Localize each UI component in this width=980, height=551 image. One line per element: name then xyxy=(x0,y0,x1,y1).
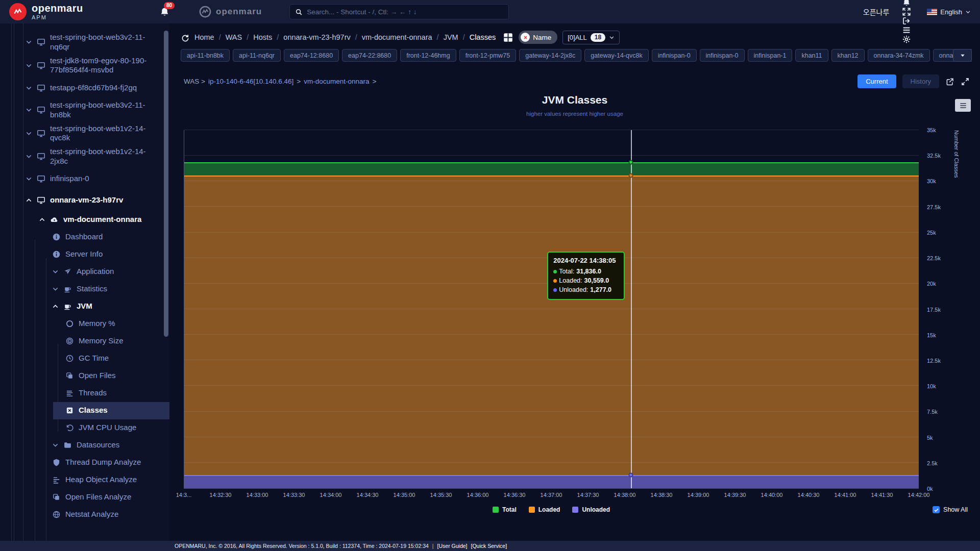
sidebar-item[interactable]: test-spring-boot-web1v2-14-2jx8c xyxy=(0,145,169,168)
tag-chip[interactable]: front-12-46hmg xyxy=(400,49,456,62)
x-axis-tick: 14:39:30 xyxy=(724,492,746,498)
tag-chip[interactable]: gateway-14-qvc8k xyxy=(584,49,648,62)
current-button[interactable]: Current xyxy=(857,74,896,88)
refresh-icon[interactable] xyxy=(181,33,189,42)
show-all-checkbox[interactable] xyxy=(933,506,940,513)
tag-chip[interactable]: onnara-34-74zmk xyxy=(868,49,930,62)
breadcrumb-item[interactable]: Home xyxy=(194,33,226,41)
sidebar-item[interactable]: onnara-vm-23-h97rv xyxy=(0,190,169,211)
tag-chip[interactable]: eap74-12:8680 xyxy=(284,49,339,62)
sidebar-item[interactable]: Open Files Analyze xyxy=(0,489,169,506)
caret-down-icon[interactable] xyxy=(26,107,32,113)
caret-down-icon[interactable] xyxy=(26,176,32,182)
header-action-button[interactable] xyxy=(902,16,911,26)
chart-plot-area[interactable]: 2024-07-22 14:38:05 Total 31,836.0 Loade… xyxy=(184,130,919,489)
header-action-button[interactable] xyxy=(902,7,911,16)
sidebar-item[interactable]: Open Files xyxy=(0,367,169,385)
all-selector-dropdown[interactable]: [0]ALL 18 xyxy=(562,31,620,44)
sidebar-item[interactable]: Dashboard xyxy=(0,229,169,246)
sidebar-item[interactable]: Threads xyxy=(0,385,169,402)
sidebar-item[interactable]: vm-document-onnara xyxy=(0,211,169,229)
fullscreen-icon[interactable] xyxy=(961,77,970,86)
language-selector[interactable]: English xyxy=(927,8,971,16)
grid-view-icon[interactable] xyxy=(503,32,513,43)
cloud-icon xyxy=(50,215,59,224)
tag-chip[interactable]: eap74-22:8680 xyxy=(342,49,397,62)
header-action-button[interactable] xyxy=(902,26,911,35)
sidebar-item[interactable]: JVM xyxy=(0,298,169,315)
tag-chip[interactable]: api-11-bn8bk xyxy=(181,49,230,62)
caret-down-icon[interactable] xyxy=(26,39,32,45)
x-axis-tick: 14:37:00 xyxy=(541,492,562,498)
sidebar-item[interactable]: test-spring-boot-web3v2-11-bn8bk xyxy=(0,98,169,122)
tag-chip[interactable]: khan12 xyxy=(831,49,865,62)
sidebar-scrollbar[interactable] xyxy=(164,31,168,337)
sidebar-item[interactable]: test-jdk8-tom9-egov-80-190-77bf8564f4-ms… xyxy=(0,54,169,78)
sidebar-item[interactable]: GC Time xyxy=(0,350,169,367)
sidebar-item[interactable]: test-spring-boot-web3v2-11-nq6qr xyxy=(0,31,169,54)
breadcrumb-item[interactable]: Classes xyxy=(470,33,496,41)
sidebar-item[interactable]: Thread Dump Analyze xyxy=(0,454,169,471)
sidebar-item[interactable]: Application xyxy=(0,263,169,281)
global-search[interactable] xyxy=(289,4,509,19)
tag-chip[interactable]: gateway-14-2jx8c xyxy=(519,49,581,62)
tag-chip[interactable]: front-12-pmw75 xyxy=(459,49,517,62)
sidebar-item[interactable]: Memory Size xyxy=(0,333,169,350)
header-action-button[interactable] xyxy=(902,35,911,44)
caret-up-icon[interactable] xyxy=(52,303,59,310)
sidebar-item[interactable]: Server Info xyxy=(0,246,169,263)
notifications-button[interactable]: 80 xyxy=(159,7,170,17)
caret-up-icon[interactable] xyxy=(26,197,32,204)
tag-chip[interactable]: khan11 xyxy=(795,49,828,62)
sidebar-item[interactable]: JVM CPU Usage xyxy=(0,419,169,437)
tag-chip[interactable]: api-11-nq6qr xyxy=(233,49,281,62)
caret-down-icon[interactable] xyxy=(52,268,59,275)
show-all-toggle[interactable]: Show All xyxy=(933,506,968,513)
history-button[interactable]: History xyxy=(902,74,939,88)
sidebar-item[interactable]: infinispan-0 xyxy=(0,168,169,190)
tag-chip[interactable]: infinispan-0 xyxy=(700,49,745,62)
breadcrumb-item[interactable]: JVM xyxy=(444,33,470,41)
menu-icon xyxy=(959,102,967,110)
caret-down-icon[interactable] xyxy=(26,130,32,137)
legend-item[interactable]: Unloaded xyxy=(572,506,610,513)
breadcrumb-item[interactable]: vm-document-onnara xyxy=(362,33,444,41)
sidebar-item[interactable]: testapp-6f8cd67b94-fj2gq xyxy=(0,77,169,98)
sidebar-item[interactable]: test-spring-boot-web1v2-14-qvc8k xyxy=(0,122,169,145)
caret-down-icon[interactable] xyxy=(26,62,32,69)
caret-down-icon[interactable] xyxy=(26,153,32,160)
brand[interactable]: openmaru APM xyxy=(9,3,128,20)
caret-down-icon[interactable] xyxy=(26,85,32,91)
legend-item[interactable]: Loaded xyxy=(529,506,560,513)
header-action-button[interactable] xyxy=(902,0,911,7)
search-input[interactable] xyxy=(307,8,503,16)
breadcrumb-item[interactable]: onnara-vm-23-h97rv xyxy=(283,33,361,41)
caret-down-icon[interactable] xyxy=(52,286,59,292)
sidebar-item[interactable]: Memory % xyxy=(0,315,169,333)
footer-link[interactable]: [Quick Service] xyxy=(471,543,507,549)
footer-link[interactable]: [User Guide] xyxy=(437,543,468,549)
path-segment[interactable]: ip-10-140-6-46[10.140.6.46] xyxy=(208,78,293,85)
chart-context-menu-button[interactable] xyxy=(955,99,971,112)
caret-up-icon[interactable] xyxy=(39,216,45,223)
caret-down-icon[interactable] xyxy=(52,442,59,448)
legend-item[interactable]: Total xyxy=(493,506,517,513)
tag-chip[interactable]: infinispan-1 xyxy=(748,49,793,62)
path-segment[interactable]: vm-document-onnara xyxy=(304,78,369,85)
sidebar-item[interactable]: Datasources xyxy=(0,437,169,454)
sidebar-item[interactable]: Classes xyxy=(0,402,169,419)
sidebar-item[interactable]: Netstat Analyze xyxy=(0,506,169,523)
path-segment[interactable]: > xyxy=(372,78,376,85)
sidebar-item[interactable]: Heap Object Analyze xyxy=(0,471,169,489)
user-name[interactable]: 오픈나루 xyxy=(863,7,890,17)
sidebar-item[interactable]: Statistics xyxy=(0,281,169,298)
remove-filter-icon[interactable] xyxy=(521,33,530,42)
path-segment[interactable]: WAS > xyxy=(184,78,205,85)
path-segment[interactable]: > xyxy=(297,78,301,85)
tag-chip[interactable]: infinispan-0 xyxy=(652,49,697,62)
breadcrumb-item[interactable]: WAS xyxy=(226,33,254,41)
breadcrumb-item[interactable]: Hosts xyxy=(253,33,283,41)
tags-dropdown-button[interactable] xyxy=(953,49,972,62)
group-by-name-chip[interactable]: Name xyxy=(519,31,557,44)
external-link-icon[interactable] xyxy=(945,77,954,86)
